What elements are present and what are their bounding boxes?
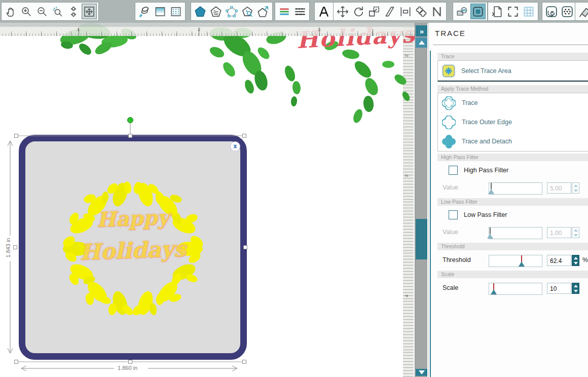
shape-shadow-icon[interactable]: [208, 4, 224, 19]
hpf-value-slider[interactable]: [489, 182, 542, 195]
hpf-section-header: High Pass Filter: [437, 154, 588, 161]
lpf-value-input[interactable]: 1.00: [547, 227, 571, 238]
shear-icon[interactable]: [382, 4, 397, 19]
canvas-margin-strip: [0, 23, 415, 27]
hpf-checkbox-row: High Pass Filter: [437, 164, 508, 177]
hpf-value-label: Value: [443, 184, 458, 191]
toolbar-group-shape-style: [191, 2, 273, 21]
text-style-icon[interactable]: [316, 4, 332, 19]
trace-and-detach-icon: [442, 135, 456, 148]
panel-accent-line: [430, 51, 431, 377]
threshold-slider[interactable]: [489, 255, 542, 267]
height-dimension-label: 1.843 in: [5, 236, 11, 259]
line-style-icon[interactable]: [292, 4, 308, 19]
shape-sketch-icon[interactable]: [240, 4, 255, 19]
registration-marks-icon[interactable]: [505, 4, 521, 19]
toolbar-group-transform: [333, 2, 447, 21]
lpf-spinner[interactable]: [572, 227, 579, 238]
collapse-chevrons-icon: »: [420, 27, 423, 35]
pan-hand-icon[interactable]: [3, 4, 18, 19]
panel-title-divider: [433, 45, 588, 45]
trace-section-header: Trace: [437, 53, 588, 60]
trace-area-badge[interactable]: [230, 141, 240, 152]
hpf-checkbox[interactable]: [449, 166, 458, 175]
threshold-unit: %: [582, 256, 588, 263]
scroll-up-button[interactable]: [416, 37, 427, 48]
move-icon[interactable]: [335, 4, 350, 19]
zoom-out-icon[interactable]: [34, 4, 50, 19]
toolbar-group-effects: [453, 2, 488, 21]
fit-to-page-icon[interactable]: [82, 4, 97, 19]
toolbar-group-line: [275, 2, 310, 21]
scale-slider[interactable]: [489, 283, 542, 295]
scale-section-header: Scale: [437, 271, 588, 278]
grid-icon[interactable]: [521, 4, 536, 19]
selected-trace-object[interactable]: Happy Holidays: [19, 135, 247, 360]
swirl-icon[interactable]: [544, 4, 559, 19]
select-trace-area-button[interactable]: Select Trace Area: [438, 61, 588, 81]
hpf-value-input[interactable]: 5.00: [547, 182, 571, 194]
dots-icon[interactable]: [560, 4, 575, 19]
threshold-input[interactable]: 62.4: [547, 255, 571, 266]
rhinestone-icon[interactable]: [455, 4, 470, 19]
hpf-checkbox-label: High Pass Filter: [464, 167, 508, 174]
scale-spinner[interactable]: [572, 283, 579, 294]
lpf-checkbox[interactable]: [449, 210, 458, 219]
trace-and-detach-button[interactable]: Trace and Detach: [438, 132, 588, 151]
trace-method-button[interactable]: Trace: [438, 93, 588, 112]
scrollbar-thumb[interactable]: [416, 219, 427, 259]
trace-outer-edge-button[interactable]: Trace Outer Edge: [438, 112, 588, 132]
scale-input[interactable]: 10: [547, 283, 571, 294]
shape-fill-icon[interactable]: [193, 4, 208, 19]
line-color-icon[interactable]: [277, 4, 292, 19]
trace-method-label: Trace: [462, 99, 478, 106]
threshold-spinner[interactable]: [572, 255, 579, 266]
eraser-icon[interactable]: [577, 4, 588, 19]
select-trace-area-label: Select Trace Area: [461, 67, 511, 74]
trace-icon[interactable]: [470, 4, 486, 19]
down-arrow-icon: [419, 370, 425, 374]
rotate-icon[interactable]: [351, 4, 366, 19]
toolbar-group-view: [1, 2, 99, 21]
page-setup-icon[interactable]: [490, 4, 505, 19]
lpf-section-header: Low Pass Filter: [437, 198, 588, 206]
zoom-in-icon[interactable]: [19, 4, 34, 19]
scroll-down-button[interactable]: [416, 369, 427, 376]
zoom-selection-icon[interactable]: [50, 4, 65, 19]
fill-pattern-icon[interactable]: [168, 4, 183, 19]
fill-gradient-icon[interactable]: [153, 4, 168, 19]
panel-title: TRACE: [435, 29, 466, 37]
design-canvas[interactable]: 2 3 4: [0, 23, 415, 377]
modify-weld-icon[interactable]: [414, 4, 429, 19]
lpf-checkbox-row: Low Pass Filter: [437, 208, 507, 221]
lpf-value-row: Value 1.00: [437, 227, 588, 238]
toolbar-group-text: [314, 2, 334, 21]
hpf-spinner[interactable]: [572, 182, 579, 194]
threshold-row: Threshold 62.4 %: [437, 255, 588, 266]
shape-offset-icon[interactable]: [255, 4, 271, 19]
fill-color-icon[interactable]: [137, 4, 152, 19]
vertical-scrollbar[interactable]: »: [415, 23, 427, 377]
scale-icon[interactable]: [366, 4, 382, 19]
horizontal-ruler: 1 2 3: [0, 27, 415, 36]
align-icon[interactable]: [398, 4, 413, 19]
method-section-header: Apply Trace Method: [437, 85, 588, 93]
lpf-value-label: Value: [443, 229, 458, 236]
toolbar-group-edge: [575, 2, 588, 21]
zoom-drag-icon[interactable]: [66, 4, 81, 19]
panel-collapse-button[interactable]: »: [416, 25, 427, 36]
pattern-fill-icon[interactable]: [429, 4, 445, 19]
trace-outer-edge-icon: [442, 116, 456, 129]
trace-method-box: Trace Trace Outer Edge Trace and Detach: [437, 93, 588, 152]
scale-label: Scale: [443, 284, 458, 291]
threshold-section-header: Threshold: [437, 243, 588, 250]
hruler-number: 2: [198, 27, 200, 32]
width-dimension-label: 1.860 in: [116, 365, 139, 371]
main-toolbar: [0, 0, 588, 23]
trace-and-detach-label: Trace and Detach: [462, 138, 512, 145]
up-arrow-icon: [419, 41, 425, 45]
scale-row: Scale 10: [437, 283, 588, 294]
shape-points-icon[interactable]: [224, 4, 239, 19]
select-trace-area-icon: [442, 64, 455, 78]
lpf-value-slider[interactable]: [489, 227, 542, 239]
